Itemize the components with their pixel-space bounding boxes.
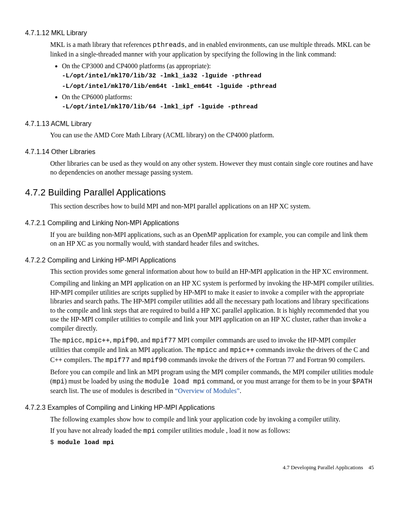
text: The [50,337,62,344]
text: and [217,346,230,353]
body-nonmpi: If you are building non-MPI applications… [50,230,374,248]
text: commands invoke the drivers of the Fortr… [167,356,365,363]
code-inline: mpif90 [113,337,138,344]
code-inline: mpi [52,378,64,386]
heading-examples-hpmpi: 4.7.2.3 Examples of Compiling and Linkin… [25,403,374,412]
code-inline: mpif77 [152,337,176,344]
heading-hpmpi: 4.7.2.2 Compiling and Linking HP-MPI App… [25,256,374,265]
text: , [110,337,113,344]
paragraph: MKL is a math library that references pt… [50,40,374,59]
body-hpmpi: This section provides some general infor… [50,267,374,396]
body-building-parallel: This section describes how to build MPI … [50,202,374,211]
paragraph: This section provides some general infor… [50,267,374,276]
paragraph: This section describes how to build MPI … [50,202,374,211]
footer-section: 4.7 Developing Parallel Applications [283,464,363,470]
paragraph: If you are building non-MPI applications… [50,230,374,248]
text: . [240,387,241,394]
paragraph: The following examples show how to compi… [50,415,374,424]
code-line: -L/opt/intel/mkl70/lib/em64t -lmkl_em64t… [62,82,374,91]
paragraph: If you have not already loaded the mpi c… [50,426,374,436]
page-footer: 4.7 Developing Parallel Applications 45 [25,464,374,471]
text: On the CP6000 platforms: [62,93,132,100]
footer-page-number: 45 [368,464,374,470]
shell-prompt: $ [50,439,58,446]
text: If you have not already loaded the [50,427,143,434]
code-line: -L/opt/intel/mkl70/lib/32 -lmkl_ia32 -lg… [62,72,374,80]
heading-other-libraries: 4.7.1.14 Other Libraries [25,147,374,157]
paragraph: Before you can compile and link an MPI p… [50,368,374,396]
code-inline: module load mpi [145,378,205,386]
code-inline: mpif77 [105,357,130,364]
text: , [82,337,86,344]
body-mkl: MKL is a math library that references pt… [50,40,374,112]
paragraph: Other libraries can be used as they woul… [50,159,374,177]
shell-command: $ module load mpi [50,439,374,447]
bullet-list: On the CP3000 and CP4000 platforms (as a… [50,62,374,112]
paragraph: You can use the AMD Core Math Library (A… [50,131,374,140]
text: command, or you must arrange for them to… [205,378,352,385]
code-inline: $PATH [352,378,372,386]
paragraph: The mpicc, mpic++, mpif90, and mpif77 MP… [50,336,374,365]
text: ) must be loaded by using the [64,378,145,385]
body-examples-hpmpi: The following examples show how to compi… [50,415,374,436]
body-other-libraries: Other libraries can be used as they woul… [50,159,374,177]
code-inline: mpic++ [86,337,110,344]
text: search list. The use of modules is descr… [50,387,175,394]
code-inline: mpic++ [230,347,254,354]
heading-nonmpi: 4.7.2.1 Compiling and Linking Non-MPI Ap… [25,218,374,228]
paragraph: Compiling and linking an MPI application… [50,279,374,333]
text: compiler utilities module , load it now … [155,427,290,434]
text: and [130,356,143,363]
link-overview-modules[interactable]: “Overview of Modules” [175,387,240,394]
shell-cmd-text: module load mpi [58,439,114,446]
code-inline: mpicc [62,337,82,344]
heading-mkl-library: 4.7.1.12 MKL Library [25,28,374,38]
code-line: -L/opt/intel/mkl70/lib/64 -lmkl_ipf -lgu… [62,103,374,111]
text: , and [137,337,152,344]
list-item: On the CP6000 platforms: -L/opt/intel/mk… [62,93,374,112]
heading-building-parallel: 4.7.2 Building Parallel Applications [25,186,374,199]
body-acml: You can use the AMD Core Math Library (A… [50,131,374,140]
code-inline: mpif90 [143,357,167,364]
text: On the CP3000 and CP4000 platforms (as a… [62,62,211,69]
text: MKL is a math library that references [50,41,153,48]
code-inline: mpi [143,427,156,435]
list-item: On the CP3000 and CP4000 platforms (as a… [62,62,374,91]
code-inline: mpicc [197,347,217,354]
heading-acml-library: 4.7.1.13 ACML Library [25,119,374,129]
code-inline: pthreads [153,41,185,49]
